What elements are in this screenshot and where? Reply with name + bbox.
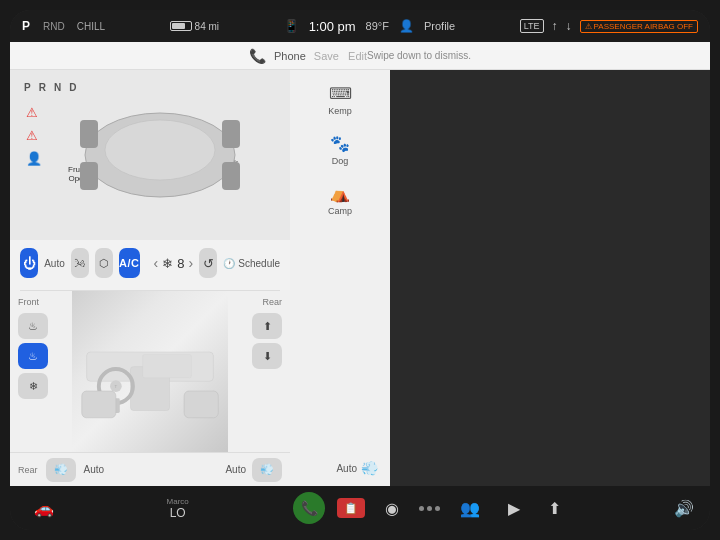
marco-label: Marco xyxy=(167,497,189,506)
warning-icon-3: 👤 xyxy=(26,151,42,166)
people-icon: 👥 xyxy=(460,499,480,518)
rear-auto-label: Auto xyxy=(84,464,105,475)
kemp-button[interactable]: ⌨ Kemp xyxy=(294,78,386,122)
svg-rect-13 xyxy=(82,391,116,418)
right-auto-label: Auto xyxy=(336,463,357,474)
svg-text:T: T xyxy=(114,384,117,389)
notification-taskbar-button[interactable]: 📋 xyxy=(337,498,365,518)
right-auto-text: Auto xyxy=(225,464,246,475)
kemp-icon: ⌨ xyxy=(329,84,352,103)
dot-1 xyxy=(419,506,424,511)
taskbar-right: 🔊 xyxy=(674,499,694,518)
status-left: P RND CHILL xyxy=(22,19,105,33)
apps-taskbar-button[interactable]: 👥 xyxy=(452,493,488,524)
nav-taskbar-button[interactable]: ⬆ xyxy=(540,493,569,524)
airbag-icon: ⚠ xyxy=(585,22,592,31)
current-time: 1:00 pm xyxy=(309,19,356,34)
bottom-climate-row: Rear 💨 Auto Auto 💨 xyxy=(10,452,290,486)
airbag-text: PASSENGER AIRBAG OFF xyxy=(594,22,693,31)
gear-indicator: P xyxy=(22,19,31,33)
car-status-panel: P R N D Frunk Open Trunk Open xyxy=(10,70,290,240)
status-center: 📱 1:00 pm 89°F 👤 Profile xyxy=(284,19,456,34)
gear-p: P xyxy=(24,82,31,93)
seat-front-left-heat[interactable]: ♨ xyxy=(18,313,48,339)
volume-taskbar-icon[interactable]: 🔊 xyxy=(674,499,694,518)
status-bar: P RND CHILL 84 mi 📱 1:00 pm 89°F 👤 Profi… xyxy=(10,10,710,42)
taskbar-center: 📞 📋 ◉ 👥 ▶ ⬆ xyxy=(293,492,569,524)
rear-defrost-button[interactable]: ⬡ xyxy=(95,248,113,278)
windshield-heat-button[interactable]: 🌬 xyxy=(71,248,89,278)
right-auto-area: Auto 💨 xyxy=(225,458,282,482)
svg-point-1 xyxy=(105,120,215,180)
car-taskbar-button[interactable]: 🚗 xyxy=(26,493,62,524)
schedule-icon: 🕐 xyxy=(223,258,235,269)
phone-taskbar-icon: 📞 xyxy=(301,500,318,516)
schedule-label: Schedule xyxy=(238,258,280,269)
svg-rect-2 xyxy=(80,120,98,148)
front-label: Front xyxy=(18,297,64,307)
rear-bottom-label: Rear xyxy=(18,465,38,475)
upload-icon: ↑ xyxy=(552,19,558,33)
camp-icon: ⛺ xyxy=(330,184,350,203)
camp-label: Camp xyxy=(328,206,352,216)
warning-icon-1: ⚠ xyxy=(26,105,42,120)
phone-notif-icon: 📞 xyxy=(249,48,266,64)
lte-indicator: LTE xyxy=(520,19,544,33)
camp-mode-button[interactable]: ⛺ Camp xyxy=(294,178,386,222)
seat-front-heat-active[interactable]: ♨ xyxy=(18,343,48,369)
dog-icon: 🐾 xyxy=(330,134,350,153)
left-panel: P R N D Frunk Open Trunk Open xyxy=(10,70,290,486)
seat-rear-heat-2[interactable]: ⬇ xyxy=(252,343,282,369)
car-svg-area xyxy=(50,90,270,220)
fan-speed-control: ‹ ❄ 8 › xyxy=(154,255,194,271)
climate-power-button[interactable]: ⏻ xyxy=(20,248,38,278)
person-icon: 👤 xyxy=(399,19,414,33)
right-fan-rear[interactable]: 💨 xyxy=(252,458,282,482)
volume-control: Marco LO xyxy=(167,497,189,520)
tesla-screen: P RND CHILL 84 mi 📱 1:00 pm 89°F 👤 Profi… xyxy=(10,10,710,530)
dog-mode-button[interactable]: 🐾 Dog xyxy=(294,128,386,172)
notif-taskbar-icon: 📋 xyxy=(344,502,358,515)
schedule-button[interactable]: 🕐 Schedule xyxy=(223,258,280,269)
recirculate-button[interactable]: ↺ xyxy=(199,248,217,278)
status-right: LTE ↑ ↓ ⚠ PASSENGER AIRBAG OFF xyxy=(520,19,698,33)
phone-taskbar-button[interactable]: 📞 xyxy=(293,492,325,524)
taskbar-left: 🚗 xyxy=(26,493,62,524)
phone-label: Phone xyxy=(274,50,306,62)
battery-bar xyxy=(170,21,192,31)
climate-row-1: ⏻ Auto 🌬 ⬡ A/C ‹ ❄ 8 › ↺ 🕐 Schedule xyxy=(20,248,280,278)
battery-fill xyxy=(172,23,186,29)
seat-front-cool[interactable]: ❄ xyxy=(18,373,48,399)
rear-label-right: Rear xyxy=(262,297,282,307)
dog-label: Dog xyxy=(332,156,349,166)
interior-view: T xyxy=(72,291,228,452)
ac-button[interactable]: A/C xyxy=(119,248,139,278)
play-taskbar-button[interactable]: ▶ xyxy=(500,493,528,524)
dot-3 xyxy=(435,506,440,511)
svg-rect-11 xyxy=(143,354,192,377)
car-diagram-svg xyxy=(65,95,255,215)
right-panel: ⌨ Kemp 🐾 Dog ⛺ Camp Auto 💨 xyxy=(290,70,390,486)
battery-level: 84 mi xyxy=(195,21,219,32)
seat-rear-heat-1[interactable]: ⬆ xyxy=(252,313,282,339)
dismiss-text: Swipe down to dismiss. xyxy=(367,50,471,61)
interior-svg: T xyxy=(72,291,228,452)
notification-bar[interactable]: 📞 Phone Save Edit Swipe down to dismiss. xyxy=(10,42,710,70)
fan-decrease-button[interactable]: ‹ xyxy=(154,255,159,271)
rear-fan-button[interactable]: 💨 xyxy=(46,458,76,482)
auto-label: Auto xyxy=(44,258,65,269)
play-icon: ▶ xyxy=(508,499,520,518)
dots-taskbar[interactable] xyxy=(419,506,440,511)
fan-icon: ❄ xyxy=(162,256,173,271)
warning-icon-2: ⚠ xyxy=(26,128,42,143)
media-taskbar-button[interactable]: ◉ xyxy=(377,493,407,524)
fan-increase-button[interactable]: › xyxy=(188,255,193,271)
svg-rect-14 xyxy=(184,391,218,418)
main-content: P R N D Frunk Open Trunk Open xyxy=(10,70,710,486)
rear-seat-controls: Rear ⬆ ⬇ xyxy=(228,291,290,452)
profile-label[interactable]: Profile xyxy=(424,20,455,32)
download-icon: ↓ xyxy=(566,19,572,33)
battery-indicator: 84 mi xyxy=(170,21,219,32)
car-taskbar-icon: 🚗 xyxy=(34,499,54,518)
nav-icon: ⬆ xyxy=(548,499,561,518)
